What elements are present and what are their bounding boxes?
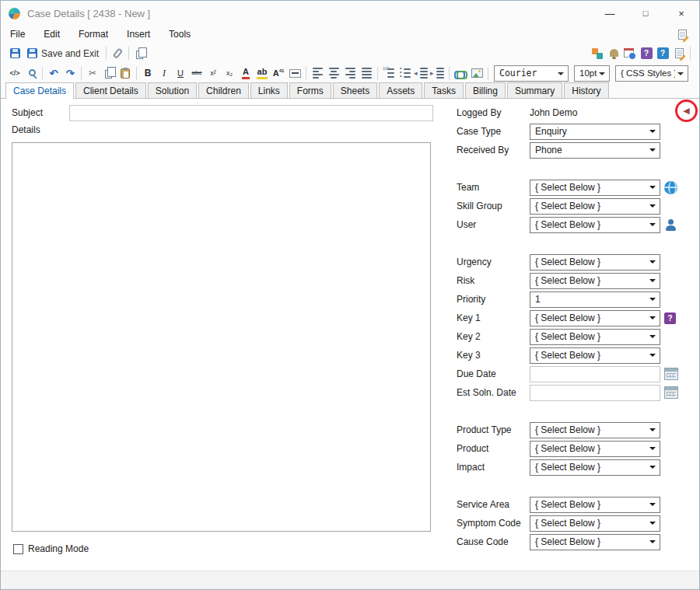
team-globe-icon[interactable] [664, 181, 677, 194]
close-button[interactable]: × [663, 1, 699, 26]
tab-bar: Case DetailsClient DetailsSolutionChildr… [1, 82, 699, 99]
print-preview-button[interactable] [23, 65, 39, 81]
copy-button[interactable] [101, 65, 117, 81]
calendar-icon[interactable] [664, 368, 678, 380]
key-help-icon[interactable]: ? [664, 312, 676, 324]
subject-input[interactable] [69, 105, 433, 121]
menu-insert[interactable]: Insert [117, 26, 159, 43]
service-area-select[interactable]: { Select Below } [530, 497, 660, 513]
tab-children[interactable]: Children [198, 82, 249, 98]
tab-assets[interactable]: Assets [379, 82, 422, 98]
urgency-select[interactable]: { Select Below } [530, 254, 660, 271]
cut-button[interactable]: ✂ [85, 65, 100, 81]
tab-sheets[interactable]: Sheets [333, 82, 377, 98]
reminder-button[interactable] [606, 46, 621, 61]
est-soln-date-input[interactable] [530, 385, 660, 401]
case-notes-button[interactable] [671, 46, 687, 61]
tab-solution[interactable]: Solution [148, 82, 197, 98]
strikethrough-button[interactable]: abc [189, 65, 205, 81]
font-color-button[interactable]: A [238, 65, 254, 81]
chevron-down-icon [646, 274, 660, 288]
tab-case-details[interactable]: Case Details [5, 82, 74, 99]
bold-button[interactable]: B [140, 65, 156, 81]
save-and-exit-button[interactable]: Save and Exit [23, 46, 103, 61]
symptom-code-select[interactable]: { Select Below } [530, 515, 660, 532]
case-fields-panel: Logged ByJohn DemoCase TypeEnquiryReceiv… [457, 103, 698, 551]
menu-format[interactable]: Format [69, 26, 117, 43]
menu-tools[interactable]: Tools [159, 26, 200, 43]
align-right-button[interactable] [342, 65, 358, 81]
priority-select[interactable]: 1 [530, 292, 660, 308]
tab-tasks[interactable]: Tasks [424, 82, 464, 98]
align-center-button[interactable] [326, 65, 341, 81]
chevron-down-icon [646, 218, 660, 232]
align-justify-button[interactable] [359, 65, 374, 81]
font-family-select[interactable]: Courier [494, 65, 569, 82]
tab-forms[interactable]: Forms [289, 82, 331, 98]
product-select[interactable]: { Select Below } [530, 441, 660, 457]
menu-file[interactable]: File [1, 26, 34, 43]
source-code-button[interactable]: </> [7, 65, 23, 81]
field-row-received-by: Received ByPhone [457, 141, 698, 159]
css-styles-select[interactable]: { CSS Styles } [615, 65, 688, 82]
tab-billing[interactable]: Billing [465, 82, 506, 98]
user-select[interactable]: { Select Below } [530, 217, 660, 233]
reading-mode-checkbox[interactable] [13, 544, 23, 554]
help-blue-button[interactable]: ? [655, 46, 670, 61]
italic-button[interactable]: I [156, 65, 172, 81]
paste-button[interactable] [117, 65, 133, 81]
insert-image-button[interactable] [469, 65, 485, 81]
superscript-button[interactable]: x² [205, 65, 221, 81]
skill-group-select[interactable]: { Select Below } [530, 198, 660, 215]
chevron-down-icon [646, 497, 660, 512]
indent-button[interactable] [430, 65, 446, 81]
maximize-button[interactable]: □ [628, 1, 663, 26]
attach-file-button[interactable] [110, 46, 125, 61]
product-type-select[interactable]: { Select Below } [530, 422, 660, 438]
subscript-button[interactable]: x₂ [222, 65, 237, 81]
tab-history[interactable]: History [564, 82, 608, 98]
outdent-button[interactable] [414, 65, 429, 81]
redo-button[interactable]: ↷ [62, 65, 78, 81]
tab-summary[interactable]: Summary [507, 82, 562, 98]
case-type-select[interactable]: Enquiry [530, 124, 660, 140]
tab-links[interactable]: Links [250, 82, 288, 98]
save-button[interactable] [7, 46, 23, 61]
highlight-button[interactable]: ab [254, 65, 270, 81]
received-by-select[interactable]: Phone [530, 142, 660, 159]
details-textarea[interactable] [12, 142, 431, 532]
est-soln-date-label: Est Soln. Date [457, 387, 530, 398]
team-select[interactable]: { Select Below } [530, 180, 660, 196]
chevron-down-icon [558, 72, 564, 75]
key-3-select[interactable]: { Select Below } [530, 347, 660, 364]
tab-client-details[interactable]: Client Details [75, 82, 146, 98]
bullet-list-button[interactable] [397, 65, 413, 81]
underline-button[interactable]: U [173, 65, 188, 81]
help-purple-button[interactable]: ? [639, 46, 654, 61]
field-group-2: Team{ Select Below }Skill Group{ Select … [457, 178, 698, 234]
impact-select[interactable]: { Select Below } [530, 459, 660, 476]
paste-icon [121, 68, 130, 79]
due-date-input[interactable] [530, 366, 660, 382]
numbered-list-button[interactable] [381, 65, 397, 81]
risk-select[interactable]: { Select Below } [530, 273, 660, 289]
cause-code-select[interactable]: { Select Below } [530, 534, 660, 550]
save-and-exit-icon [27, 48, 37, 58]
align-left-button[interactable] [310, 65, 325, 81]
character-count-button[interactable]: A41 [271, 65, 286, 81]
font-size-select[interactable]: 10pt [574, 65, 610, 82]
calendar-icon[interactable] [664, 386, 678, 399]
horizontal-rule-button[interactable] [287, 65, 303, 81]
copy-case-button[interactable] [132, 46, 148, 61]
hyperlink-button[interactable] [453, 65, 468, 81]
key-2-select[interactable]: { Select Below } [530, 329, 660, 345]
menu-edit[interactable]: Edit [34, 26, 69, 43]
schedule-button[interactable] [622, 46, 638, 61]
schedule-icon [624, 48, 634, 58]
linked-cases-button[interactable] [590, 46, 605, 61]
minimize-button[interactable]: — [592, 1, 628, 26]
key-1-select[interactable]: { Select Below } [530, 310, 660, 326]
window-options-button[interactable] [674, 26, 690, 42]
user-search-icon[interactable] [664, 218, 677, 232]
undo-button[interactable]: ↶ [46, 65, 61, 81]
